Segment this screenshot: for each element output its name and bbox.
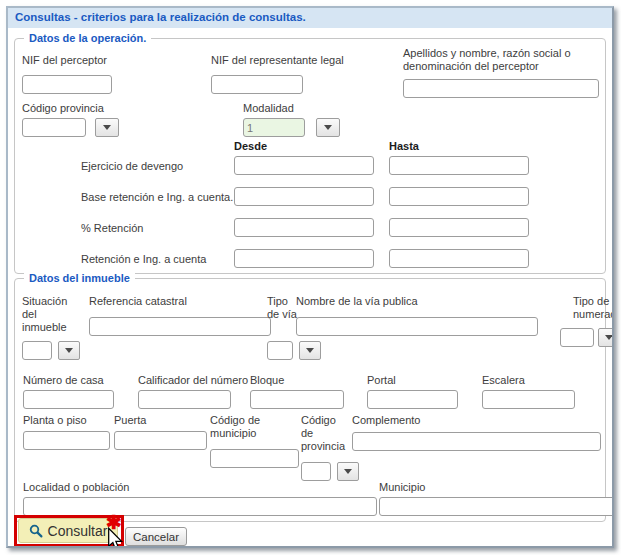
fieldset-datos-operacion: Datos de la operación. NIF del perceptor… [14,38,606,274]
chevron-down-icon [605,335,612,340]
codigo-provincia-inmueble-dropdown-button[interactable] [337,462,359,481]
modalidad-label: Modalidad [243,102,294,115]
bloque-label: Bloque [250,374,284,387]
base-retencion-hasta-input[interactable] [389,187,529,206]
calificador-input[interactable] [138,390,231,409]
bloque-input[interactable] [250,390,344,409]
situacion-input[interactable] [22,341,52,360]
planta-input[interactable] [23,431,110,450]
tipo-via-label: Tipo de vía [267,295,297,321]
base-retencion-desde-input[interactable] [234,187,374,206]
ejercicio-devengo-hasta-input[interactable] [389,156,529,175]
consultar-button-label: Consultar [48,523,108,539]
nombre-via-input[interactable] [296,317,538,336]
nif-perceptor-input[interactable] [22,75,112,94]
complemento-input[interactable] [352,432,601,451]
retencion-ingreso-label: Retención e Ing. a cuenta [81,253,206,266]
apellidos-label: Apellidos y nombre, razón social o denom… [403,47,585,73]
municipio-input[interactable] [379,497,612,516]
modalidad-input[interactable] [243,118,305,137]
escalera-label: Escalera [482,374,525,387]
modalidad-dropdown-button[interactable] [316,118,340,137]
codigo-provincia-input[interactable] [22,118,86,137]
referencia-catastral-label: Referencia catastral [89,295,187,308]
referencia-catastral-input[interactable] [89,317,271,336]
situacion-label: Situación del inmueble [22,295,74,334]
tipo-numeracion-dropdown-button[interactable] [598,328,612,347]
codigo-provincia-inmueble-label: Código de provincia [301,414,351,453]
consultar-button[interactable]: Consultar [18,518,118,543]
ejercicio-devengo-desde-input[interactable] [234,156,374,175]
localidad-input[interactable] [23,497,377,516]
chevron-down-icon [65,348,73,353]
chevron-down-icon [103,125,111,130]
chevron-down-icon [306,348,314,353]
calificador-label: Calificador del número [138,374,248,387]
retencion-ingreso-hasta-input[interactable] [389,249,529,268]
chevron-down-icon [324,125,332,130]
situacion-dropdown-button[interactable] [58,341,80,360]
fieldset-legend-inmueble: Datos del inmueble [24,272,135,284]
cancelar-button-label: Cancelar [133,531,179,543]
numero-casa-label: Número de casa [23,374,104,387]
page-title: Consultas - criterios para la realizació… [15,11,306,23]
fieldset-datos-inmueble: Datos del inmueble Situación del inmuebl… [14,278,606,522]
nombre-via-label: Nombre de la vía publica [296,295,418,308]
codigo-provincia-dropdown-button[interactable] [95,118,119,137]
chevron-down-icon [344,469,352,474]
page-title-bar: Consultas - criterios para la realizació… [8,8,612,28]
ejercicio-devengo-label: Ejercicio de devengo [81,160,183,173]
localidad-label: Localidad o población [23,481,129,494]
retencion-ingreso-desde-input[interactable] [234,249,374,268]
tipo-numeracion-label: Tipo de numeración [573,295,612,321]
search-icon [29,524,43,538]
cancelar-button[interactable]: Cancelar [125,527,187,546]
apellidos-input[interactable] [403,79,599,98]
form-content: Consultas - criterios para la realizació… [8,8,612,546]
nif-perceptor-label: NIF del perceptor [22,54,107,67]
portal-input[interactable] [367,390,458,409]
codigo-municipio-input[interactable] [210,449,299,468]
planta-label: Planta o piso [23,414,87,427]
puerta-input[interactable] [114,431,207,450]
tipo-via-input[interactable] [267,341,293,360]
complemento-label: Complemento [352,414,420,427]
portal-label: Portal [367,374,396,387]
pct-retencion-label: % Retención [81,222,143,235]
consultas-window: Consultas - criterios para la realizació… [0,0,621,555]
municipio-label: Municipio [379,481,425,494]
window-frame: Consultas - criterios para la realizació… [6,6,614,548]
escalera-input[interactable] [482,390,575,409]
hasta-column-header: Hasta [389,140,419,152]
desde-column-header: Desde [234,140,267,152]
codigo-provincia-inmueble-input[interactable] [301,462,331,481]
pct-retencion-hasta-input[interactable] [389,218,529,237]
tipo-via-dropdown-button[interactable] [299,341,321,360]
fieldset-legend-operacion: Datos de la operación. [24,32,151,44]
puerta-label: Puerta [114,414,146,427]
base-retencion-label: Base retención e Ing. a cuenta. [81,191,233,204]
codigo-municipio-label: Código de municipio [210,414,268,440]
pct-retencion-desde-input[interactable] [234,218,374,237]
nif-representante-input[interactable] [211,75,303,94]
numero-casa-input[interactable] [23,390,114,409]
codigo-provincia-label: Código provincia [22,102,104,115]
tipo-numeracion-input[interactable] [560,328,594,347]
nif-representante-label: NIF del representante legal [211,54,344,67]
